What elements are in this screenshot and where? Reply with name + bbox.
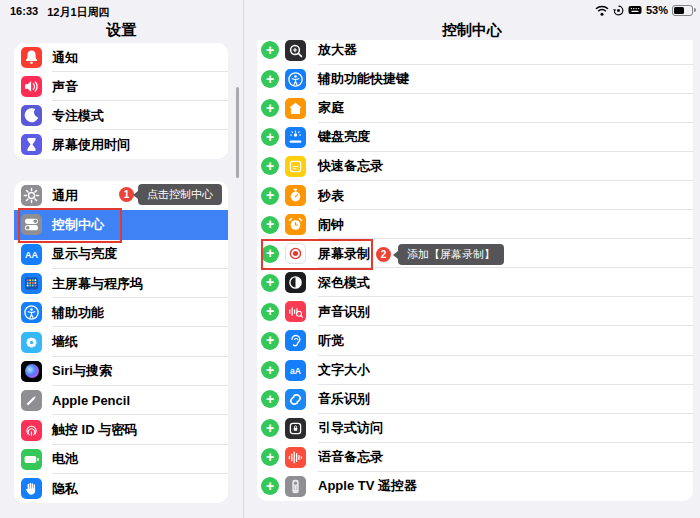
tv-remote-icon: [285, 476, 306, 497]
hourglass-icon: [21, 134, 42, 155]
add-button[interactable]: +: [261, 303, 279, 321]
accessibility-icon: [21, 302, 42, 323]
battery-icon: [672, 5, 693, 16]
voice-memo-icon: [285, 447, 306, 468]
add-button[interactable]: +: [261, 70, 279, 88]
guided-access-icon: [285, 418, 306, 439]
dark-mode-icon: [285, 272, 306, 293]
sidebar-item-label: 主屏幕与程序坞: [52, 275, 143, 293]
alarm-icon: [285, 214, 306, 235]
cc-item-guided-access: +引导式访问: [257, 414, 693, 443]
battery-percent: 53%: [646, 4, 668, 16]
sidebar-item-label: Apple Pencil: [52, 393, 130, 408]
sidebar-scrollbar[interactable]: [236, 87, 239, 178]
hearing-icon: [285, 330, 306, 351]
moon-icon: [21, 105, 42, 126]
sidebar-item-siri[interactable]: Siri与搜索: [14, 357, 228, 386]
sidebar-item-battery[interactable]: 电池: [14, 445, 228, 474]
cc-item-keyboard-brightness: +键盘亮度: [257, 123, 693, 152]
cc-item-label: 秒表: [318, 187, 344, 205]
step-1-badge: 1: [119, 187, 134, 202]
highlight-box-control-center: [18, 208, 122, 243]
statusbar-right: 53%: [595, 4, 693, 16]
sidebar-item-accessibility[interactable]: 辅助功能: [14, 298, 228, 327]
text-size-icon: aA: [285, 360, 306, 381]
cc-item-label: 文字大小: [318, 361, 370, 379]
sidebar-item-speaker[interactable]: 声音: [14, 72, 228, 101]
sidebar-item-hourglass[interactable]: 屏幕使用时间: [14, 130, 228, 159]
sidebar-item-label: 电池: [52, 450, 78, 468]
display-brightness-icon: AA: [21, 244, 42, 265]
sidebar-item-label: 专注模式: [52, 107, 104, 125]
cc-item-stopwatch: +秒表: [257, 181, 693, 210]
screenshot-root: 16:33 12月1日周四 53% 设置 通知声音专注模式屏幕使用时间 通用控制…: [0, 0, 700, 518]
sidebar-item-label: 墙纸: [52, 333, 78, 351]
add-button[interactable]: +: [261, 448, 279, 466]
add-button[interactable]: +: [261, 41, 279, 59]
statusbar-left: 16:33 12月1日周四: [10, 5, 110, 20]
cc-item-label: 听觉: [318, 332, 344, 350]
sidebar-item-moon[interactable]: 专注模式: [14, 101, 228, 130]
add-button[interactable]: +: [261, 216, 279, 234]
add-button[interactable]: +: [261, 390, 279, 408]
sidebar-item-home-screen[interactable]: 主屏幕与程序坞: [14, 269, 228, 298]
siri-icon: [21, 361, 42, 382]
sidebar-item-display-brightness[interactable]: AA显示与亮度: [14, 240, 228, 269]
highlight-box-screen-record: [261, 239, 373, 270]
wifi-icon: [595, 5, 609, 16]
keyboard-icon: [628, 5, 642, 15]
control-center-list: +放大器+辅助功能快捷键+家庭+键盘亮度+快速备忘录+秒表+闹钟+屏幕录制+深色…: [257, 40, 693, 501]
cc-item-home: +家庭: [257, 94, 693, 123]
sidebar-item-label: 触控 ID 与密码: [52, 421, 137, 439]
sidebar-item-touch-id[interactable]: 触控 ID 与密码: [14, 415, 228, 444]
shazam-icon: [285, 389, 306, 410]
add-button[interactable]: +: [261, 157, 279, 175]
sound-recognition-icon: [285, 301, 306, 322]
sidebar-item-wallpaper[interactable]: 墙纸: [14, 327, 228, 356]
cc-item-label: 放大器: [318, 41, 357, 59]
cc-item-label: 深色模式: [318, 274, 370, 292]
cc-item-label: 家庭: [318, 99, 344, 117]
cc-item-label: 快速备忘录: [318, 157, 383, 175]
add-button[interactable]: +: [261, 332, 279, 350]
sidebar-item-label: 屏幕使用时间: [52, 136, 130, 154]
sidebar-item-label: Siri与搜索: [52, 362, 112, 380]
step-1-tooltip: 点击控制中心: [138, 184, 222, 205]
battery-icon: [21, 449, 42, 470]
quick-note-icon: [285, 156, 306, 177]
magnifier-icon: [285, 40, 306, 61]
cc-item-label: Apple TV 遥控器: [318, 477, 417, 495]
add-button[interactable]: +: [261, 187, 279, 205]
add-button[interactable]: +: [261, 477, 279, 495]
stopwatch-icon: [285, 185, 306, 206]
add-button[interactable]: +: [261, 419, 279, 437]
cc-item-voice-memo: +语音备忘录: [257, 443, 693, 472]
settings-group-1: 通知声音专注模式屏幕使用时间: [14, 43, 228, 159]
cc-item-hearing: +听觉: [257, 326, 693, 355]
cc-item-tv-remote: +Apple TV 遥控器: [257, 472, 693, 501]
sidebar-item-label: 显示与亮度: [52, 245, 117, 263]
settings-sidebar-panel: 设置 通知声音专注模式屏幕使用时间 通用控制中心AA显示与亮度主屏幕与程序坞辅助…: [0, 0, 243, 518]
cc-item-accessibility: +辅助功能快捷键: [257, 65, 693, 94]
step-2-badge: 2: [376, 247, 391, 262]
sidebar-item-privacy-hand[interactable]: 隐私: [14, 474, 228, 503]
add-button[interactable]: +: [261, 99, 279, 117]
cc-item-text-size: +aA文字大小: [257, 356, 693, 385]
add-button[interactable]: +: [261, 361, 279, 379]
cc-item-label: 声音识别: [318, 303, 370, 321]
sidebar-item-label: 声音: [52, 78, 78, 96]
pencil-icon: [21, 390, 42, 411]
cc-item-label: 闹钟: [318, 216, 344, 234]
control-center-title: 控制中心: [244, 21, 700, 40]
sidebar-item-bell[interactable]: 通知: [14, 43, 228, 72]
speaker-icon: [21, 76, 42, 97]
touch-id-icon: [21, 420, 42, 441]
sidebar-item-pencil[interactable]: Apple Pencil: [14, 386, 228, 415]
add-button[interactable]: +: [261, 128, 279, 146]
clock: 16:33: [10, 5, 38, 20]
add-button[interactable]: +: [261, 274, 279, 292]
privacy-hand-icon: [21, 478, 42, 499]
cc-item-label: 键盘亮度: [318, 128, 370, 146]
date: 12月1日周四: [47, 5, 109, 20]
sidebar-item-label: 辅助功能: [52, 304, 104, 322]
